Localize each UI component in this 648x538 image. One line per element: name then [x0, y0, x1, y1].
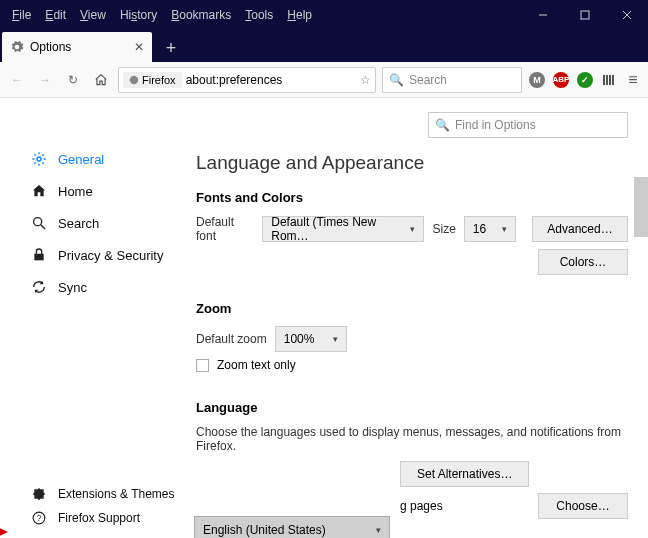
svg-rect-12 — [34, 254, 43, 261]
svg-line-11 — [41, 225, 45, 229]
set-alternatives-button[interactable]: Set Alternatives… — [400, 461, 529, 487]
choose-languages-button[interactable]: Choose… — [538, 493, 628, 519]
svg-point-10 — [34, 218, 42, 226]
chevron-down-icon: ▾ — [333, 334, 338, 344]
svg-rect-5 — [603, 75, 605, 85]
scrollbar-thumb[interactable] — [634, 177, 648, 237]
svg-rect-1 — [581, 11, 589, 19]
bookmark-star-icon[interactable]: ☆ — [360, 73, 371, 87]
toolbar-icon-library[interactable] — [600, 71, 618, 89]
sidebar-item-general[interactable]: General — [24, 143, 180, 175]
svg-rect-8 — [612, 75, 614, 85]
forward-button[interactable]: → — [34, 69, 56, 91]
zoom-heading: Zoom — [196, 301, 628, 316]
menu-file[interactable]: File — [6, 4, 37, 26]
page-title: Language and Appearance — [196, 152, 628, 174]
back-button[interactable]: ← — [6, 69, 28, 91]
svg-rect-6 — [606, 75, 608, 85]
menu-edit[interactable]: Edit — [39, 4, 72, 26]
url-text: about:preferences — [186, 73, 360, 87]
svg-point-9 — [37, 157, 41, 161]
search-icon — [30, 215, 48, 231]
default-font-select[interactable]: Default (Times New Rom…▾ — [262, 216, 424, 242]
sidebar-item-privacy[interactable]: Privacy & Security — [24, 239, 180, 271]
sidebar-item-sync[interactable]: Sync — [24, 271, 180, 303]
sync-icon — [30, 279, 48, 295]
sidebar-item-home[interactable]: Home — [24, 175, 180, 207]
language-select-open[interactable]: English (United States)▾ English (United… — [194, 516, 390, 538]
default-zoom-select[interactable]: 100%▾ — [275, 326, 347, 352]
zoom-text-only-label: Zoom text only — [217, 358, 296, 372]
maximize-button[interactable] — [564, 0, 606, 30]
chevron-down-icon: ▾ — [410, 224, 415, 234]
menu-bar: File Edit View History Bookmarks Tools H… — [0, 4, 318, 26]
language-select-current[interactable]: English (United States)▾ — [195, 517, 389, 538]
toolbar-icon-abp[interactable]: ABP — [552, 71, 570, 89]
sidebar-item-search[interactable]: Search — [24, 207, 180, 239]
fonts-heading: Fonts and Colors — [196, 190, 628, 205]
menu-history[interactable]: History — [114, 4, 163, 26]
svg-text:?: ? — [37, 514, 42, 523]
url-bar[interactable]: Firefox about:preferences ☆ — [118, 67, 376, 93]
minimize-button[interactable] — [522, 0, 564, 30]
search-icon: 🔍 — [389, 73, 404, 87]
menu-help[interactable]: Help — [281, 4, 318, 26]
search-icon: 🔍 — [435, 118, 450, 132]
menu-bookmarks[interactable]: Bookmarks — [165, 4, 237, 26]
find-in-options-input[interactable]: 🔍 Find in Options — [428, 112, 628, 138]
tab-options[interactable]: Options ✕ — [2, 32, 152, 62]
title-bar: File Edit View History Bookmarks Tools H… — [0, 0, 648, 30]
default-zoom-label: Default zoom — [196, 332, 267, 346]
zoom-text-only-checkbox[interactable] — [196, 359, 209, 372]
lock-icon — [30, 247, 48, 263]
home-button[interactable] — [90, 69, 112, 91]
identity-box[interactable]: Firefox — [123, 72, 182, 88]
menu-tools[interactable]: Tools — [239, 4, 279, 26]
nav-bar: ← → ↻ Firefox about:preferences ☆ 🔍 Sear… — [0, 62, 648, 98]
font-size-select[interactable]: 16▾ — [464, 216, 516, 242]
pages-text-fragment: g pages — [400, 499, 443, 513]
main-panel: 🔍 Find in Options Language and Appearanc… — [180, 98, 648, 538]
tab-title: Options — [30, 40, 134, 54]
new-tab-button[interactable]: + — [156, 34, 186, 62]
language-heading: Language — [196, 400, 628, 415]
close-button[interactable] — [606, 0, 648, 30]
language-description: Choose the languages used to display men… — [196, 425, 628, 453]
gear-icon — [10, 40, 24, 54]
default-font-label: Default font — [196, 215, 254, 243]
tab-bar: Options ✕ + — [0, 30, 648, 62]
chevron-down-icon: ▾ — [376, 525, 381, 535]
sidebar: General Home Search Privacy & Security S… — [0, 98, 180, 538]
svg-point-4 — [130, 75, 138, 83]
tab-close-icon[interactable]: ✕ — [134, 40, 144, 54]
svg-rect-7 — [609, 75, 611, 85]
home-icon — [30, 183, 48, 199]
size-label: Size — [432, 222, 455, 236]
sidebar-item-support[interactable]: ? Firefox Support — [24, 506, 181, 530]
menu-view[interactable]: View — [74, 4, 112, 26]
reload-button[interactable]: ↻ — [62, 69, 84, 91]
sidebar-item-extensions[interactable]: Extensions & Themes — [24, 482, 181, 506]
colors-button[interactable]: Colors… — [538, 249, 628, 275]
search-bar[interactable]: 🔍 Search — [382, 67, 522, 93]
hamburger-menu-button[interactable]: ≡ — [624, 71, 642, 89]
toolbar-icon-m[interactable]: M — [528, 71, 546, 89]
puzzle-icon — [30, 487, 48, 501]
advanced-fonts-button[interactable]: Advanced… — [532, 216, 628, 242]
question-icon: ? — [30, 511, 48, 525]
gear-icon — [30, 151, 48, 167]
chevron-down-icon: ▾ — [502, 224, 507, 234]
toolbar-icon-check[interactable]: ✓ — [576, 71, 594, 89]
